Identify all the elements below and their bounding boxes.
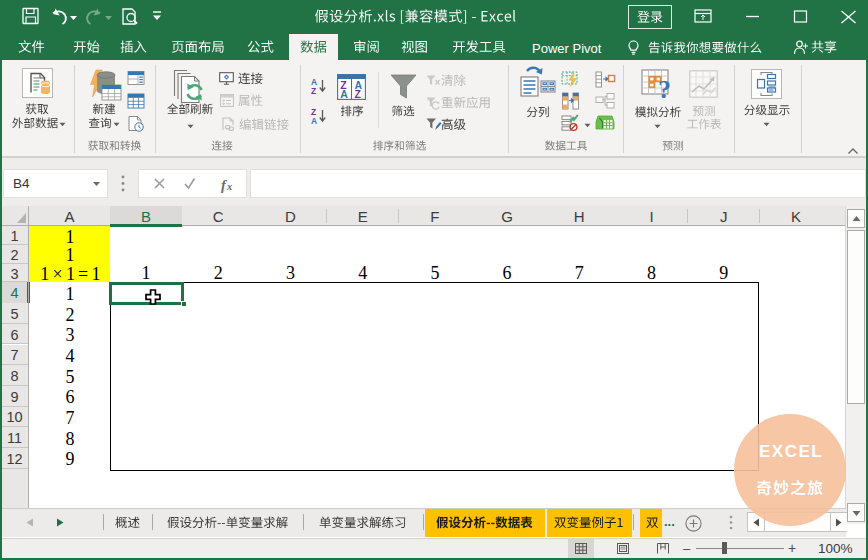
svg-text:A: A — [311, 116, 317, 126]
svg-text:Z: Z — [311, 86, 316, 96]
svg-text:x: x — [226, 181, 232, 192]
svg-text:?: ? — [658, 75, 671, 104]
svg-text:A: A — [340, 88, 348, 100]
svg-text:Z: Z — [355, 88, 362, 100]
